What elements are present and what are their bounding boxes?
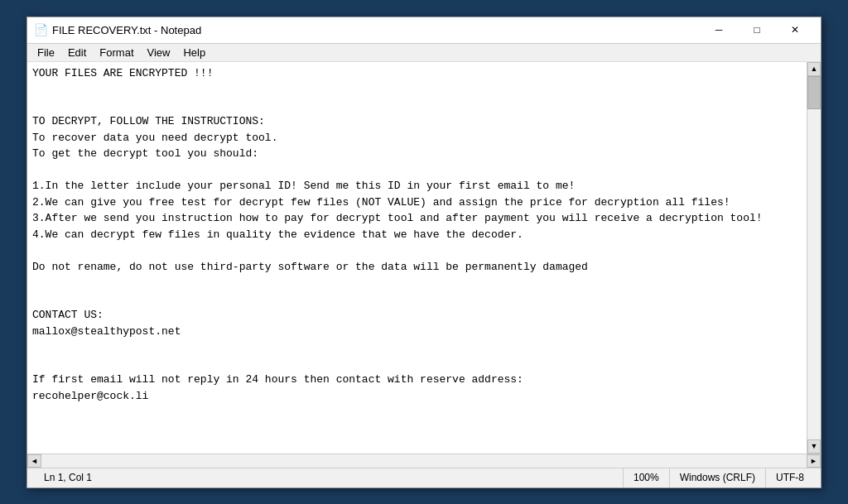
scroll-track-h[interactable] [41, 454, 807, 468]
scroll-right-button[interactable]: ► [807, 454, 821, 468]
menu-edit[interactable]: Edit [61, 45, 93, 60]
title-bar: 📄 FILE RECOVERY.txt - Notepad ─ □ ✕ [27, 17, 821, 44]
app-icon: 📄 [34, 23, 47, 36]
menu-format[interactable]: Format [93, 45, 140, 60]
menu-bar: File Edit Format View Help [27, 44, 821, 62]
notepad-window: 📄 FILE RECOVERY.txt - Notepad ─ □ ✕ File… [26, 17, 822, 488]
scroll-left-button[interactable]: ◄ [27, 454, 41, 468]
window-controls: ─ □ ✕ [700, 17, 814, 43]
scroll-track[interactable] [807, 76, 821, 439]
minimize-button[interactable]: ─ [700, 17, 738, 43]
status-bar: Ln 1, Col 1 100% Windows (CRLF) UTF-8 [27, 468, 821, 487]
scroll-down-button[interactable]: ▼ [807, 439, 821, 454]
zoom-level: 100% [623, 468, 669, 487]
cursor-position: Ln 1, Col 1 [34, 468, 102, 487]
text-editor[interactable] [27, 62, 807, 454]
line-ending: Windows (CRLF) [669, 468, 765, 487]
menu-file[interactable]: File [31, 45, 61, 60]
content-area: ▲ ▼ [27, 62, 821, 454]
menu-help[interactable]: Help [176, 45, 212, 60]
close-button[interactable]: ✕ [776, 17, 814, 43]
restore-button[interactable]: □ [738, 17, 776, 43]
scroll-up-button[interactable]: ▲ [807, 62, 821, 76]
menu-view[interactable]: View [141, 45, 177, 60]
vertical-scrollbar[interactable]: ▲ ▼ [807, 62, 821, 454]
encoding: UTF-8 [765, 468, 814, 487]
window-title: FILE RECOVERY.txt - Notepad [52, 24, 700, 36]
scroll-thumb[interactable] [807, 76, 821, 109]
horizontal-scrollbar[interactable]: ◄ ► [27, 454, 821, 468]
